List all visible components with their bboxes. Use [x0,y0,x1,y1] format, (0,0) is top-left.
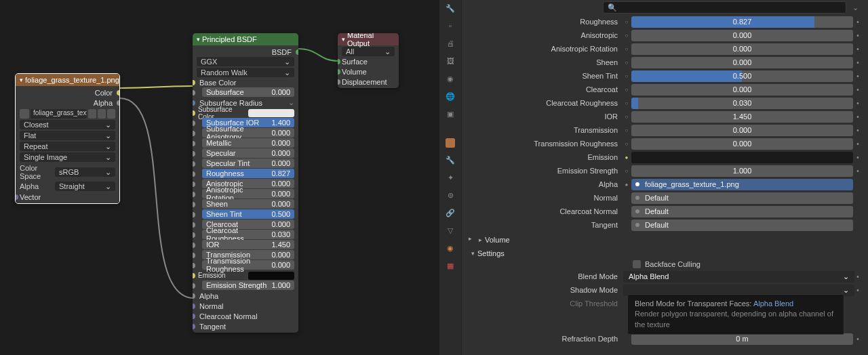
node-header[interactable]: ▾ foliage_grass_texture_1.png [16,74,119,86]
prop-menu-icon[interactable]: • [854,86,861,93]
prop-slider[interactable]: 0.000 [631,125,853,136]
prop-slider[interactable]: 0.000 [631,43,853,55]
prop-menu-icon[interactable]: • [854,154,861,161]
projection-dropdown[interactable]: Flat⌄ [20,131,115,140]
colorspace-dropdown[interactable]: sRGB⌄ [55,167,115,177]
target-dropdown[interactable]: All⌄ [342,47,395,56]
world-icon[interactable]: 🌐 [445,91,456,102]
material-icon[interactable]: ◉ [445,243,456,253]
interpolation-dropdown[interactable]: Closest⌄ [20,120,115,129]
image-btn1[interactable] [88,109,96,119]
normal-field[interactable]: Default [631,192,853,204]
sss-method-dropdown[interactable]: Random Walk⌄ [197,68,294,77]
settings-section-header[interactable]: ▾Settings [467,245,861,259]
socket-dot[interactable]: ○ [623,87,630,93]
bsdf-slider[interactable]: Emission Strength1.000 [202,280,294,290]
socket-dot[interactable]: ● [623,154,630,161]
socket-dot[interactable]: ○ [623,141,630,147]
node-header[interactable]: ▾ Principled BSDF [193,33,298,45]
prop-menu-icon[interactable]: • [854,273,861,280]
node-image-texture[interactable]: ▾ foliage_grass_texture_1.png Color Alph… [15,73,120,204]
bsdf-slider[interactable]: Specular Tint0.000 [202,159,294,168]
physics-icon[interactable]: ⊚ [445,190,456,201]
prop-menu-icon[interactable]: • [854,127,861,134]
clearcoat-normal-field[interactable]: Default [631,206,853,217]
node-material-output[interactable]: ▾ Material Output All⌄ Surface Volume Di… [338,33,399,88]
node-editor[interactable]: ▾ foliage_grass_texture_1.png Color Alph… [0,0,439,355]
particles-icon[interactable]: ✦ [445,172,456,183]
socket-dot[interactable]: ○ [623,33,630,39]
emission-color[interactable] [631,152,853,163]
tool-icon[interactable]: 🔧 [445,3,456,14]
socket-dot[interactable]: ○ [623,127,630,133]
socket-dot[interactable]: ● [623,182,630,188]
color-swatch[interactable] [248,272,294,280]
collapse-icon[interactable]: ▾ [197,36,200,43]
bsdf-slider[interactable]: Roughness0.827 [202,169,294,178]
prop-menu-icon[interactable]: • [854,167,861,175]
socket-dot[interactable]: ○ [623,60,630,66]
bsdf-slider[interactable]: Sheen Tint0.500 [202,209,294,219]
prop-menu-icon[interactable]: • [854,287,861,294]
search-input[interactable]: 🔍 [603,1,846,14]
source-dropdown[interactable]: Single Image⌄ [20,152,115,162]
refraction-depth-field[interactable]: 0 m [631,333,853,345]
unlink-icon[interactable] [107,109,115,119]
prop-slider[interactable]: 0.000 [631,138,853,150]
alpha-mode-dropdown[interactable]: Straight⌄ [55,182,115,191]
object-icon[interactable] [446,138,455,148]
prop-slider[interactable]: 1.450 [631,111,853,123]
distribution-dropdown[interactable]: GGX⌄ [197,57,294,66]
bsdf-slider[interactable]: Clearcoat Roughness0.030 [202,230,294,239]
socket-dot[interactable]: ○ [623,168,630,174]
expand-icon[interactable]: ▸ [467,235,472,242]
collection-icon[interactable]: ▣ [445,108,456,119]
modifier-icon[interactable]: 🔧 [445,154,456,165]
prop-menu-icon[interactable]: • [854,45,861,53]
viewlayer-icon[interactable]: 🖼 [445,56,456,66]
prop-slider[interactable]: 0.000 [631,57,853,68]
socket-dot[interactable]: ○ [623,100,630,106]
backface-culling-row[interactable]: Backface Culling [467,259,861,270]
checkbox-icon[interactable] [633,260,641,268]
prop-slider[interactable]: 0.030 [631,98,853,109]
volume-section-header[interactable]: ▸Volume [479,232,510,245]
bsdf-slider[interactable]: Anisotropic Rotation0.000 [202,189,294,199]
bsdf-slider[interactable]: Metallic0.000 [202,138,294,148]
prop-menu-icon[interactable]: • [854,140,861,148]
prop-slider[interactable]: 0.000 [631,30,853,41]
bsdf-slider[interactable]: Sheen0.000 [202,199,294,209]
node-header[interactable]: ▾ Material Output [338,33,399,45]
output-icon[interactable]: 🖨 [445,38,456,49]
tangent-field[interactable]: Default [631,220,853,231]
collapse-icon[interactable]: ▾ [342,36,345,43]
bsdf-slider[interactable]: IOR1.450 [202,240,294,249]
extension-dropdown[interactable]: Repeat⌄ [20,142,115,151]
prop-menu-icon[interactable]: • [854,32,861,39]
blend-mode-dropdown[interactable]: Alpha Blend⌄ [623,271,854,283]
image-btn2[interactable] [98,109,106,119]
prop-menu-icon[interactable]: • [854,335,861,343]
node-principled-bsdf[interactable]: ▾ Principled BSDF BSDF GGX⌄ Random Walk⌄… [193,33,298,333]
socket-dot[interactable]: ○ [623,73,630,79]
prop-slider[interactable]: 0.000 [631,84,853,96]
alpha-link-field[interactable]: foliage_grass_texture_1.png [631,179,853,190]
prop-menu-icon[interactable]: • [854,59,861,66]
socket-dot[interactable]: ○ [623,19,630,25]
prop-menu-icon[interactable]: • [854,113,861,121]
options-icon[interactable]: ⌄ [849,3,861,12]
image-name[interactable]: foliage_grass_text... [31,109,87,119]
data-icon[interactable]: ▽ [445,225,456,236]
socket-dot[interactable]: ○ [623,46,630,52]
bsdf-slider[interactable]: Specular0.000 [202,148,294,158]
prop-slider[interactable]: 0.500 [631,70,853,82]
bsdf-slider[interactable]: Transmission Roughness0.000 [202,260,294,270]
render-icon[interactable]: ▫ [445,20,456,31]
prop-menu-icon[interactable]: • [854,100,861,107]
material-properties[interactable]: 🔍 ⌄ Roughness ○ 0.827 •Anisotropic ○ 0.0… [462,0,868,355]
collapse-icon[interactable]: ▾ [20,77,23,83]
color-swatch[interactable] [248,109,294,117]
prop-slider[interactable]: 0.827 [631,16,853,28]
socket-dot[interactable]: ○ [623,114,630,120]
bsdf-slider[interactable]: Subsurface Anisotropy0.000 [202,128,294,138]
